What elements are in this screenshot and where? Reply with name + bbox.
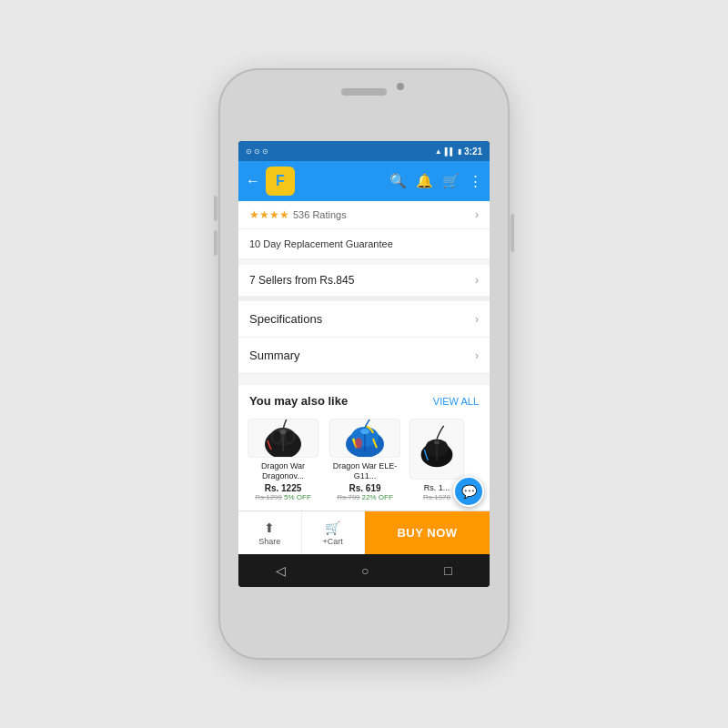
- volume-up-button: [214, 196, 217, 221]
- sellers-row[interactable]: 7 Sellers from Rs.845 ›: [238, 265, 490, 301]
- section-header: You may also like VIEW ALL: [238, 385, 490, 413]
- guarantee-text: 10 Day Replacement Guarantee: [249, 238, 393, 249]
- status-time: 3:21: [464, 147, 482, 157]
- product-original-2: Rs.799: [337, 493, 359, 501]
- rating-row[interactable]: ★★★★ 536 Ratings ›: [238, 201, 490, 229]
- product-price-2: Rs. 619: [349, 483, 380, 493]
- add-to-cart-button[interactable]: 🛒 +Cart: [302, 511, 366, 554]
- phone-frame: ⊙ ⊙ ⊙ ▲ ▌▌ ▮ 3:21 ← F 🔍 🔔 🛒 ⋮: [218, 68, 510, 660]
- svg-point-12: [360, 429, 369, 434]
- screen-content: ★★★★ 536 Ratings › 10 Day Replacement Gu…: [238, 201, 490, 511]
- product-original-3: Rs.1370: [423, 493, 450, 501]
- summary-label: Summary: [249, 349, 300, 362]
- summary-row[interactable]: Summary ›: [238, 338, 490, 374]
- product-name-1: Dragon War Dragonov...: [246, 461, 320, 481]
- battery-icon: ▮: [458, 147, 461, 156]
- status-bar-right: ▲ ▌▌ ▮ 3:21: [435, 147, 482, 157]
- android-nav: ◁ ○ □: [238, 554, 490, 587]
- summary-chevron: ›: [475, 349, 479, 362]
- product-card-1[interactable]: Dragon War Dragonov... Rs. 1225 Rs.1299 …: [246, 419, 320, 501]
- phone-camera: [397, 83, 404, 90]
- chat-button[interactable]: 💬: [453, 476, 484, 507]
- app-logo: F: [266, 167, 295, 196]
- sellers-text: 7 Sellers from Rs.845: [249, 274, 354, 287]
- status-app-icons: ⊙ ⊙ ⊙: [246, 147, 268, 156]
- chat-icon: 💬: [461, 484, 477, 499]
- more-icon[interactable]: ⋮: [469, 173, 482, 189]
- share-icon: ⬆: [264, 521, 275, 535]
- app-bar-icons: 🔍 🔔 🛒 ⋮: [389, 173, 482, 189]
- product-image-1: [248, 419, 318, 458]
- signal-icon: ▌▌: [445, 147, 455, 156]
- product-image-3: [410, 419, 464, 480]
- bell-icon[interactable]: 🔔: [416, 173, 433, 189]
- rating-chevron: ›: [475, 208, 479, 221]
- back-nav-button[interactable]: ◁: [276, 563, 286, 578]
- share-label: Share: [258, 537, 280, 546]
- share-button[interactable]: ⬆ Share: [238, 511, 302, 554]
- products-scroll: Dragon War Dragonov... Rs. 1225 Rs.1299 …: [238, 413, 490, 511]
- search-icon[interactable]: 🔍: [389, 173, 407, 189]
- product-image-2: [329, 419, 400, 458]
- product-name-3: Rs. 1...: [424, 483, 450, 493]
- product-name-2: Dragon War ELE-G11...: [328, 461, 402, 481]
- app-bar: ← F 🔍 🔔 🛒 ⋮: [238, 161, 490, 201]
- volume-down-button: [214, 230, 217, 256]
- section-title: You may also like: [249, 394, 348, 408]
- view-all-button[interactable]: VIEW ALL: [433, 396, 479, 407]
- cart-icon[interactable]: 🛒: [442, 173, 460, 189]
- specifications-chevron: ›: [475, 313, 479, 326]
- rating-left: ★★★★ 536 Ratings: [249, 208, 347, 221]
- phone-screen: ⊙ ⊙ ⊙ ▲ ▌▌ ▮ 3:21 ← F 🔍 🔔 🛒 ⋮: [238, 141, 490, 587]
- sellers-chevron: ›: [475, 274, 479, 287]
- svg-point-11: [355, 438, 362, 449]
- status-bar: ⊙ ⊙ ⊙ ▲ ▌▌ ▮ 3:21: [238, 141, 490, 161]
- status-bar-left: ⊙ ⊙ ⊙: [246, 147, 268, 156]
- product-discount-2: 22% OFF: [362, 493, 393, 501]
- specifications-row[interactable]: Specifications ›: [238, 301, 490, 338]
- recent-nav-button[interactable]: □: [444, 563, 451, 578]
- guarantee-row: 10 Day Replacement Guarantee: [238, 229, 490, 259]
- product-original-1: Rs.1299: [255, 493, 282, 501]
- power-button: [511, 214, 514, 252]
- svg-point-5: [285, 430, 294, 443]
- home-nav-button[interactable]: ○: [361, 563, 369, 578]
- wifi-icon: ▲: [435, 147, 442, 156]
- back-button[interactable]: ←: [246, 173, 260, 189]
- specifications-label: Specifications: [249, 312, 322, 326]
- phone-speaker: [341, 88, 387, 96]
- cart-label: +Cart: [323, 537, 343, 546]
- svg-point-4: [272, 430, 281, 443]
- product-card-2[interactable]: Dragon War ELE-G11... Rs. 619 Rs.799 22%…: [328, 419, 402, 501]
- cart-add-icon: 🛒: [325, 521, 340, 535]
- bottom-bar: ⬆ Share 🛒 +Cart BUY NOW: [238, 511, 490, 554]
- product-price-1: Rs. 1225: [265, 483, 302, 493]
- svg-rect-6: [280, 430, 286, 434]
- buy-now-button[interactable]: BUY NOW: [365, 511, 490, 554]
- product-discount-1: 5% OFF: [284, 493, 311, 501]
- buy-now-label: BUY NOW: [397, 526, 457, 540]
- svg-rect-16: [434, 440, 440, 444]
- rating-count: 536 Ratings: [293, 209, 347, 220]
- stars: ★★★★: [249, 208, 289, 221]
